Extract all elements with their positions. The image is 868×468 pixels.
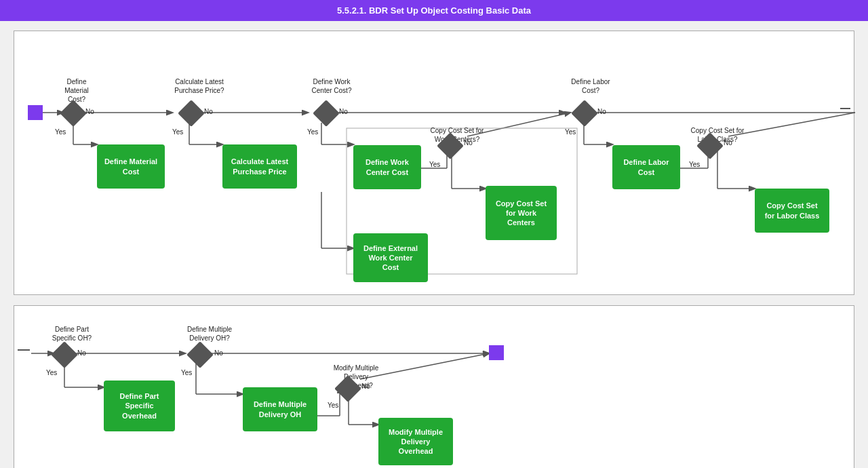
process-define-labor-cost[interactable]: Define LaborCost <box>612 145 680 189</box>
yes-label-4: Yes <box>429 160 440 169</box>
decision-label-1: DefineMaterialCost? <box>50 77 104 104</box>
decision-label-bd2: Define MultipleDelivery OH? <box>179 325 240 343</box>
end-box-bottom <box>489 345 504 360</box>
yes-label-bd2: Yes <box>181 368 192 377</box>
yes-label-5: Yes <box>565 128 576 136</box>
header-title: 5.5.2.1. BDR Set Up Object Costing Basic… <box>337 5 531 16</box>
process-copy-cost-labor-class[interactable]: Copy Cost Setfor Labor Class <box>755 189 829 233</box>
no-label-1: No <box>85 107 94 116</box>
yes-label-bd1: Yes <box>46 368 57 377</box>
no-label-bd3: No <box>361 382 370 391</box>
yes-label-6: Yes <box>689 160 700 169</box>
process-copy-cost-work-centers[interactable]: Copy Cost Setfor WorkCenters <box>486 186 557 240</box>
process-define-material-cost[interactable]: Define MaterialCost <box>97 144 165 189</box>
diamond-bd2 <box>186 341 214 368</box>
process-define-work-center-cost[interactable]: Define WorkCenter Cost <box>353 145 421 189</box>
decision-label-5: Define LaborCost? <box>564 77 618 95</box>
yes-label-2: Yes <box>172 128 183 136</box>
process-calculate-latest[interactable]: Calculate LatestPurchase Price <box>222 144 297 189</box>
diamond-2 <box>178 100 205 127</box>
top-section: DefineMaterialCost? No Yes Define Materi… <box>14 31 854 295</box>
main-canvas: DefineMaterialCost? No Yes Define Materi… <box>0 24 868 468</box>
yes-label-1: Yes <box>55 128 66 136</box>
diamond-5 <box>571 100 598 127</box>
no-label-5: No <box>597 107 606 116</box>
diamond-bd1 <box>51 341 78 368</box>
process-define-external-work-center[interactable]: Define ExternalWork CenterCost <box>353 233 428 282</box>
start-box-top <box>28 105 43 120</box>
no-label-2: No <box>204 107 213 116</box>
diamond-3 <box>313 100 340 127</box>
no-label-4: No <box>464 138 473 147</box>
process-modify-multiple-delivery-oh[interactable]: Modify MultipleDeliveryOverhead <box>378 418 453 465</box>
diamond-1 <box>60 100 87 127</box>
yes-label-bd3: Yes <box>328 401 338 410</box>
no-label-6: No <box>724 138 732 147</box>
decision-label-2: Calculate LatestPurchase Price? <box>169 77 230 95</box>
no-label-bd2: No <box>214 349 223 357</box>
no-label-bd1: No <box>77 349 86 357</box>
yes-label-3: Yes <box>307 128 318 136</box>
process-define-multiple-delivery-oh[interactable]: Define MultipleDelivery OH <box>243 387 317 431</box>
decision-label-bd1: Define PartSpecific OH? <box>45 325 99 343</box>
page-header: 5.5.2.1. BDR Set Up Object Costing Basic… <box>0 0 868 21</box>
bottom-section: Define PartSpecific OH? No Yes Define Pa… <box>14 305 854 468</box>
no-label-3: No <box>339 107 348 116</box>
process-define-part-specific-oh[interactable]: Define PartSpecificOverhead <box>104 381 175 431</box>
decision-label-3: Define WorkCenter Cost? <box>304 77 359 95</box>
